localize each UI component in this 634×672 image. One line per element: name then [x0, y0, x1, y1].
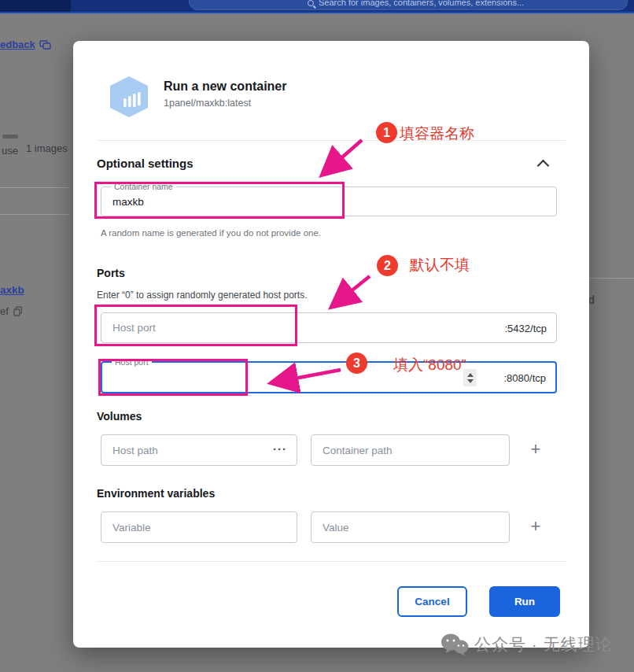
topbar-left-segment: [0, 0, 71, 13]
host-port-input-1[interactable]: [101, 313, 440, 342]
docker-topbar: Search for images, containers, volumes, …: [0, 0, 634, 13]
background-divider: [589, 278, 634, 279]
env-value-field: [311, 511, 510, 543]
add-env-var-button[interactable]: +: [526, 517, 545, 536]
volumes-heading: Volumes: [97, 410, 142, 423]
wechat-icon: [440, 633, 469, 656]
env-variable-field: [101, 511, 297, 543]
container-port-label-2: :8080/tcp: [504, 371, 547, 383]
container-image-icon: [109, 76, 149, 118]
host-port-input-2[interactable]: [102, 363, 440, 392]
container-path-field: [311, 434, 510, 466]
host-port-field-1: :5432/tcp: [101, 312, 557, 343]
cancel-button[interactable]: Cancel: [397, 586, 467, 617]
annotation-text-1: 填容器名称: [400, 124, 474, 144]
browse-more-icon[interactable]: ···: [273, 442, 287, 456]
run-container-dialog: Run a new container 1panel/maxkb:latest …: [73, 41, 589, 648]
background-tab-indicator: [2, 135, 18, 138]
feedback-chat-icon: [39, 40, 51, 50]
host-path-field: ···: [101, 434, 297, 466]
search-icon: [308, 0, 314, 6]
background-image-link[interactable]: axkb: [0, 284, 24, 296]
container-path-input[interactable]: [311, 435, 509, 465]
copy-icon[interactable]: [13, 306, 23, 316]
chevron-up-icon[interactable]: [537, 160, 550, 172]
env-vars-heading: Environment variables: [97, 487, 215, 500]
container-name-label: Container name: [111, 182, 176, 192]
host-port-label-2: Host port: [112, 357, 152, 367]
dialog-subtitle: 1panel/maxkb:latest: [164, 98, 251, 109]
run-button[interactable]: Run: [489, 586, 560, 617]
background-divider: [0, 187, 70, 188]
optional-settings-heading: Optional settings: [97, 157, 194, 170]
env-value-input[interactable]: [311, 512, 509, 542]
background-text-fragment: d: [588, 294, 595, 306]
watermark: 公众号 · 无线理论: [440, 633, 613, 656]
divider: [97, 561, 566, 562]
annotation-text-3: 填入“8080”: [393, 355, 466, 375]
host-path-input[interactable]: [101, 435, 259, 465]
background-images-count: 1 images: [26, 142, 68, 154]
background-divider: [0, 214, 70, 215]
background-ref-fragment: ef: [0, 305, 9, 317]
ports-helper: Enter “0” to assign randomly generated h…: [97, 290, 307, 301]
env-variable-input[interactable]: [101, 512, 297, 542]
container-name-field: Container name: [101, 186, 557, 216]
annotation-number-2: 2: [377, 255, 398, 276]
stepper-down-icon[interactable]: [467, 379, 474, 383]
container-port-label-1: :5432/tcp: [505, 322, 547, 334]
feedback-link[interactable]: edback: [0, 39, 35, 50]
add-volume-button[interactable]: +: [526, 440, 545, 459]
background-in-use-label: use: [2, 145, 18, 157]
annotation-number-1: 1: [376, 122, 397, 143]
annotation-number-3: 3: [346, 353, 367, 374]
global-search-input[interactable]: Search for images, containers, volumes, …: [189, 0, 628, 10]
dialog-title: Run a new container: [164, 79, 286, 94]
stepper-up-icon[interactable]: [467, 373, 474, 377]
watermark-text: 公众号 · 无线理论: [474, 633, 613, 655]
host-port-field-2: Host port :8080/tcp: [101, 361, 557, 393]
search-placeholder-text: Search for images, containers, volumes, …: [319, 0, 524, 7]
divider: [97, 140, 566, 141]
container-name-helper: A random name is generated if you do not…: [101, 228, 321, 238]
annotation-text-2: 默认不填: [410, 255, 470, 275]
ports-heading: Ports: [97, 267, 125, 279]
